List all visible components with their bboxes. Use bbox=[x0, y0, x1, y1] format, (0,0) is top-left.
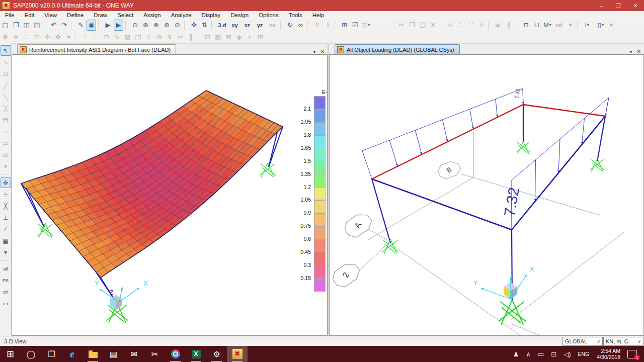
right-view-window[interactable]: BA2XY7.327.32 bbox=[329, 54, 644, 336]
section-cut-icon[interactable]: ⊠ bbox=[224, 32, 233, 43]
assign-frame-releases-icon[interactable]: ⊔ bbox=[532, 20, 541, 31]
edit-lines-icon[interactable]: ✑ bbox=[176, 32, 185, 43]
clock[interactable]: 2:54 AM 4/30/2018 bbox=[597, 348, 620, 360]
snap-to-perpendicular-icon[interactable]: ⊥ bbox=[1, 212, 11, 223]
view-3d-button[interactable]: 3-d bbox=[216, 20, 228, 31]
menu-file[interactable]: File bbox=[0, 12, 20, 18]
column-line[interactable] bbox=[372, 179, 390, 243]
tray-chevron-icon[interactable]: ∧ bbox=[526, 350, 531, 358]
select-reshape-icon[interactable]: ↘ bbox=[1, 57, 11, 67]
named-display-icon[interactable]: ◫▾ bbox=[361, 20, 370, 31]
left-tab-close-icon[interactable]: ✕ bbox=[320, 49, 325, 54]
cut-icon[interactable]: ✂ bbox=[396, 20, 406, 31]
start-animation-icon[interactable]: ▶ bbox=[114, 20, 123, 31]
design-dropdown-icon[interactable]: ▾ bbox=[64, 32, 73, 43]
rubber-band-zoom-icon[interactable]: ⊙ bbox=[130, 20, 140, 31]
sap2000-taskbar-icon[interactable]: ✖ bbox=[227, 346, 248, 362]
chrome-icon[interactable] bbox=[165, 346, 186, 362]
language-indicator[interactable]: ENG bbox=[578, 351, 590, 357]
action-center-icon[interactable]: 1 bbox=[627, 350, 637, 358]
move-down-in-list-icon[interactable]: ⇓ bbox=[323, 20, 333, 31]
grid-bubble-a[interactable]: A bbox=[342, 210, 375, 241]
clear-selection-button[interactable]: clr bbox=[0, 287, 12, 297]
grid-bubble-b[interactable]: B bbox=[436, 159, 462, 180]
frame-section-dropdown-icon[interactable]: ▾ bbox=[566, 20, 575, 31]
snap-to-grid-icon[interactable]: ▦ bbox=[1, 235, 11, 246]
speaker-icon[interactable]: ◁) bbox=[564, 350, 571, 358]
divide-frames-icon[interactable]: ∴ bbox=[455, 20, 465, 31]
run-analysis-icon[interactable]: ▶ bbox=[103, 20, 113, 31]
snap-settings-icon[interactable]: ✣ bbox=[43, 32, 52, 43]
measure-line-icon[interactable]: ⊟ bbox=[203, 32, 212, 43]
snipping-tool-icon[interactable]: ✂ bbox=[144, 346, 165, 362]
maximize-icon[interactable]: ❐ bbox=[610, 0, 627, 11]
get-previous-selection-icon[interactable]: ↤ bbox=[1, 298, 11, 309]
select-pointer-icon[interactable]: ↖ bbox=[1, 45, 11, 56]
view-xz-button[interactable]: xz bbox=[242, 20, 253, 31]
joint-assign-icon[interactable]: ⊺ bbox=[80, 32, 90, 43]
network-icon[interactable]: ⊡ bbox=[551, 350, 556, 358]
object-loading-canvas[interactable]: BA2XY7.327.32 bbox=[330, 55, 643, 335]
measure-area-icon[interactable]: ▦ bbox=[213, 32, 223, 43]
concrete-design-icon[interactable]: ✲ bbox=[11, 32, 21, 43]
lock-model-icon[interactable]: ◉ bbox=[87, 20, 96, 31]
quick-draw-frame-icon[interactable]: ╲ bbox=[1, 92, 11, 102]
view-nv-button[interactable]: nv bbox=[267, 20, 278, 31]
move-up-in-list-icon[interactable]: ⇑ bbox=[312, 20, 322, 31]
object-shrink-toggle-icon[interactable]: ⊞ bbox=[340, 20, 349, 31]
snap-more-dropdown-icon[interactable]: ▾ bbox=[1, 247, 11, 257]
redo-icon[interactable]: ↷ bbox=[59, 20, 69, 31]
tendon-assign-icon[interactable]: ∿ bbox=[112, 32, 122, 43]
previous-zoom-icon[interactable]: ⊜ bbox=[151, 20, 161, 31]
quick-draw-secondary-beams-icon[interactable]: ▤ bbox=[1, 115, 11, 125]
show-grid-icon[interactable]: ⊞ bbox=[256, 32, 265, 43]
pin-support-icon[interactable] bbox=[516, 141, 530, 154]
mass-assign-icon[interactable]: ⊘ bbox=[154, 32, 164, 43]
menu-edit[interactable]: Edit bbox=[20, 12, 40, 18]
file-explorer-icon[interactable] bbox=[83, 346, 103, 362]
quick-draw-area-icon[interactable]: ⊞ bbox=[1, 149, 11, 160]
open-file-icon[interactable]: ❐ bbox=[11, 20, 21, 31]
link-assign-icon[interactable]: ◫ bbox=[133, 32, 143, 43]
quick-draw-braces-icon[interactable]: ╳ bbox=[1, 103, 11, 114]
restore-full-view-icon[interactable]: ⊛ bbox=[141, 20, 150, 31]
perspective-toggle-icon[interactable]: ∞ bbox=[296, 20, 305, 31]
reshape-element-icon[interactable]: ⊡ bbox=[1, 68, 11, 79]
view-xy-button[interactable]: xy bbox=[229, 20, 240, 31]
menu-tools[interactable]: Tools bbox=[284, 12, 307, 18]
load-assign-icon[interactable]: ↯ bbox=[165, 32, 175, 43]
menu-draw[interactable]: Draw bbox=[89, 12, 112, 18]
walkthrough-icon[interactable]: ⇅ bbox=[200, 20, 209, 31]
show-axes-icon[interactable]: ⌖ bbox=[245, 32, 255, 43]
menu-define[interactable]: Define bbox=[62, 12, 89, 18]
replicate-icon[interactable]: ∺ bbox=[445, 20, 454, 31]
grid-bubble-2[interactable]: 2 bbox=[330, 260, 363, 291]
draw-frame-icon[interactable]: ╱ bbox=[1, 80, 11, 90]
mail-icon[interactable]: ✉ bbox=[124, 346, 144, 362]
snap-to-ends-icon[interactable]: ⊹ bbox=[1, 189, 11, 200]
section-more-dropdown-icon[interactable]: ▾ bbox=[606, 20, 616, 31]
right-tab-close-icon[interactable]: ✕ bbox=[637, 49, 641, 54]
snap-to-points-icon[interactable]: ✜ bbox=[1, 177, 11, 188]
excel-icon[interactable]: X bbox=[186, 346, 206, 362]
csys-dropdown[interactable]: GLOBAL∨ bbox=[562, 337, 603, 346]
draw-rect-area-icon[interactable]: ▭ bbox=[1, 138, 11, 148]
battery-icon[interactable]: ▭ bbox=[538, 350, 544, 358]
snap-settings-alt-icon[interactable]: ✤ bbox=[53, 32, 63, 43]
menu-help[interactable]: Help bbox=[307, 12, 330, 18]
zoom-in-icon[interactable]: ⊕ bbox=[162, 20, 172, 31]
edit-areas-icon[interactable]: ∥ bbox=[186, 32, 196, 43]
previous-selection-button[interactable]: PS bbox=[0, 275, 12, 286]
copy-icon[interactable]: ❐ bbox=[407, 20, 417, 31]
move-objects-icon[interactable]: ✛ bbox=[476, 20, 486, 31]
close-icon[interactable]: ✕ bbox=[627, 0, 644, 11]
settings-icon[interactable]: ⚙ bbox=[206, 346, 227, 362]
steel-design-icon[interactable]: ❖ bbox=[1, 32, 10, 43]
set-display-options-icon[interactable]: ☑ bbox=[350, 20, 360, 31]
units-dropdown[interactable]: KN, m, C∨ bbox=[603, 337, 643, 346]
paste-icon[interactable]: ❑ bbox=[418, 20, 427, 31]
pan-icon[interactable]: ✜ bbox=[189, 20, 199, 31]
merge-areas-icon[interactable]: ◈ bbox=[493, 20, 503, 31]
menu-assign[interactable]: Assign bbox=[138, 12, 166, 18]
people-icon[interactable]: ♟ bbox=[513, 350, 519, 358]
